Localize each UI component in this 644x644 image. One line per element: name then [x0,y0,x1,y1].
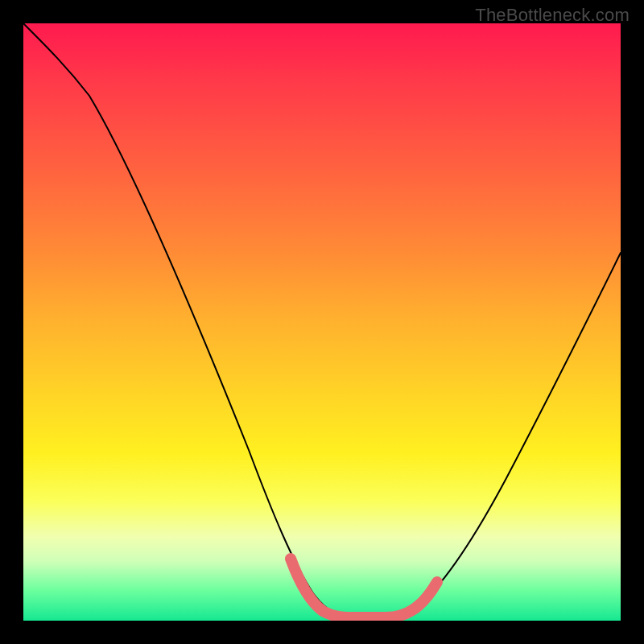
chart-frame: TheBottleneck.com [0,0,644,644]
plot-area [23,23,621,621]
bottleneck-curve [23,23,621,621]
curve-path [23,23,621,617]
flat-bottom-highlight [291,559,437,617]
